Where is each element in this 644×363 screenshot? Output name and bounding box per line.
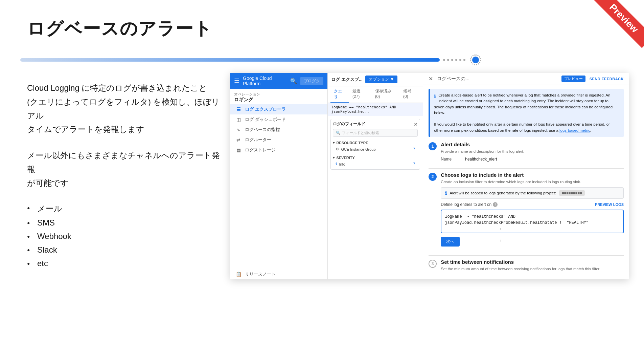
- nav-item-log-dashboard-label: ログ ダッシュボード: [245, 116, 286, 123]
- alert-scope-box: ℹ Alert will be scoped to logs generated…: [441, 187, 624, 199]
- resource-type-header[interactable]: ▾ RESOURCE TYPE: [333, 140, 418, 146]
- step-1-title: Alert details: [441, 142, 624, 147]
- progress-dot-1: [443, 59, 445, 61]
- bullet-item-etc: etc: [27, 257, 223, 270]
- progress-dot-3: [451, 59, 453, 61]
- help-icon[interactable]: ?: [493, 202, 498, 207]
- nav-item-releases-label: リリースノート: [245, 271, 276, 277]
- define-row: Define log entries to alert on ? PREVIEW…: [441, 202, 624, 207]
- step-1-form-label: Name: [441, 157, 461, 162]
- query-textarea[interactable]: logName =~ "healthchecks" AND jsonPayloa…: [441, 210, 624, 233]
- filter-row-info[interactable]: ℹ Info 7: [333, 161, 418, 167]
- step-2-title: Choose logs to include in the alert: [441, 172, 624, 178]
- step-3-title: Set time between notifications: [441, 259, 624, 265]
- chevron-down-icon: ▾: [333, 141, 335, 145]
- filter-row-gce[interactable]: ⚙ GCE Instance Group 7: [333, 146, 418, 152]
- bullet-list: メール SMS Webhook Slack etc: [27, 201, 223, 270]
- hamburger-icon[interactable]: ☰: [234, 77, 239, 85]
- search-icon[interactable]: 🔍: [290, 78, 297, 84]
- bullet-item-sms: SMS: [27, 216, 223, 230]
- step-3-desc: Set the minimum amount of time between r…: [441, 266, 624, 272]
- info-box-icon: ℹ: [434, 93, 436, 100]
- preview-ribbon-label: Preview: [594, 0, 644, 48]
- page-title: ログベースのアラート: [27, 17, 212, 41]
- send-feedback-button[interactable]: SEND FEEDBACK: [590, 77, 624, 81]
- info-label: Info: [339, 162, 345, 166]
- progress-dot-4: [455, 59, 457, 61]
- alert-step-3: 3 Set time between notifications Set the…: [429, 259, 624, 274]
- tab-recent[interactable]: 最近 (27): [349, 86, 372, 103]
- step-1-desc: Provide a name and description for this …: [441, 149, 624, 154]
- log-filter-search[interactable]: 🔍 フィールドと値の検索: [333, 129, 418, 137]
- nav-item-log-explorer[interactable]: ☰ ログ エクスプローラ: [230, 104, 327, 114]
- step-2-content: Choose logs to include in the alert Crea…: [441, 172, 624, 251]
- info-box: ℹ Create a logs-based alert to be notifi…: [429, 89, 624, 137]
- step-2-desc: Create an inclusion filter to determine …: [441, 179, 624, 185]
- gce-count: 7: [413, 147, 415, 151]
- filter-row-info-left: ℹ Info: [336, 162, 345, 166]
- nav-item-releases[interactable]: 📋 リリースノート: [230, 269, 327, 279]
- resource-type-section: ▾ RESOURCE TYPE ⚙ GCE Instance Group 7: [333, 140, 418, 152]
- next-button[interactable]: 次へ: [441, 237, 460, 247]
- nav-item-log-dashboard[interactable]: ◫ ログ ダッシュボード: [230, 114, 327, 125]
- nav-section-main: ロギング: [234, 97, 323, 103]
- severity-header[interactable]: ▾ SEVERITY: [333, 154, 418, 161]
- arrow-3: ›: [500, 238, 501, 243]
- bullet-item-webhook: Webhook: [27, 230, 223, 243]
- filter-search-placeholder: フィールドと値の検索: [342, 130, 379, 135]
- step-1-content: Alert details Provide a name and descrip…: [441, 142, 624, 164]
- nav-item-log-metrics[interactable]: ∿ ログベースの指標: [230, 125, 327, 135]
- severity-label: SEVERITY: [336, 156, 354, 160]
- info-box-text: Create a logs-based alert to be notified…: [434, 93, 613, 115]
- nav-item-log-storage[interactable]: ▦ ログストレージ: [230, 145, 327, 155]
- resource-type-label: RESOURCE TYPE: [336, 141, 368, 145]
- side-arrows: › › ›: [500, 215, 501, 243]
- alert-panel-title: ログベースの...: [437, 76, 557, 82]
- log-explorer-icon: ☰: [235, 107, 242, 112]
- severity-section: ▾ SEVERITY ℹ Info 7: [333, 154, 418, 167]
- alert-panel-header: ✕ ログベースの... プレビュー SEND FEEDBACK: [423, 73, 629, 85]
- gcp-header: ☰ Google Cloud Platform 🔍 プログク: [230, 73, 327, 89]
- log-filter-panel: ログのフィールド ✕ 🔍 フィールドと値の検索 ▾ RESOURCE TYPE …: [330, 119, 420, 170]
- alert-preview-badge: プレビュー: [561, 76, 585, 82]
- arrow-2: ›: [500, 227, 501, 231]
- gcp-left-panel: ☰ Google Cloud Platform 🔍 プログク オペレーション ロ…: [230, 73, 328, 279]
- scope-info-icon: ℹ: [445, 191, 447, 196]
- preview-logs-button[interactable]: PREVIEW LOGS: [595, 202, 624, 207]
- log-metrics-icon: ∿: [235, 127, 242, 132]
- tab-query[interactable]: クエリ: [330, 86, 349, 103]
- step-2-circle: 2: [429, 173, 437, 181]
- alert-close-icon[interactable]: ✕: [429, 76, 433, 82]
- close-filter-icon[interactable]: ✕: [414, 122, 418, 127]
- sub-description: メール以外にもさまざまなチャネルへのアラート発報 が可能です: [27, 149, 223, 190]
- gcp-header-title: Google Cloud Platform: [243, 76, 287, 86]
- bullet-item-mail: メール: [27, 201, 223, 216]
- logs-metric-link[interactable]: logs-based metric: [559, 128, 590, 132]
- alert-step-2: 2 Choose logs to include in the alert Cr…: [429, 172, 624, 251]
- prolog-button[interactable]: プログク: [300, 77, 323, 85]
- info-count: 7: [413, 162, 415, 166]
- gce-icon: ⚙: [336, 147, 339, 151]
- log-filter-title: ログのフィールド: [333, 121, 365, 127]
- alert-panel: ✕ ログベースの... プレビュー SEND FEEDBACK ℹ Create…: [423, 73, 629, 279]
- nav-item-log-router[interactable]: ⇄ ログルーター: [230, 135, 327, 145]
- progress-bar: [20, 58, 487, 62]
- options-button[interactable]: オプション ▼: [365, 76, 397, 83]
- log-storage-icon: ▦: [235, 147, 242, 153]
- project-id: ■■■■■■■■■: [559, 190, 585, 196]
- alert-panel-body: ℹ Create a logs-based alert to be notifi…: [423, 85, 629, 279]
- nav-section: オペレーション ロギング: [230, 89, 327, 104]
- tab-saved[interactable]: 保存済み (0): [372, 86, 400, 103]
- query-text-display: logName == "healthchecks" AND jsonPayloa…: [328, 103, 423, 116]
- divider-3: [429, 278, 624, 278]
- main-description: Cloud Logging に特定のログが書き込まれたこと (クエリによってログ…: [27, 81, 223, 136]
- log-query-panel: ログ エクスプ... オプション ▼ クエリ 最近 (27) 保存済み (0) …: [328, 73, 423, 279]
- progress-dot-2: [447, 59, 449, 61]
- nav-section-title: オペレーション: [234, 92, 323, 97]
- progress-bar-dots: [443, 55, 481, 65]
- step-1-circle: 1: [429, 142, 437, 150]
- tab-suggestions[interactable]: 候補 (0): [400, 86, 420, 103]
- progress-dot-5: [459, 59, 461, 61]
- info-icon: ℹ: [336, 162, 337, 166]
- log-filter-header: ログのフィールド ✕: [333, 121, 418, 127]
